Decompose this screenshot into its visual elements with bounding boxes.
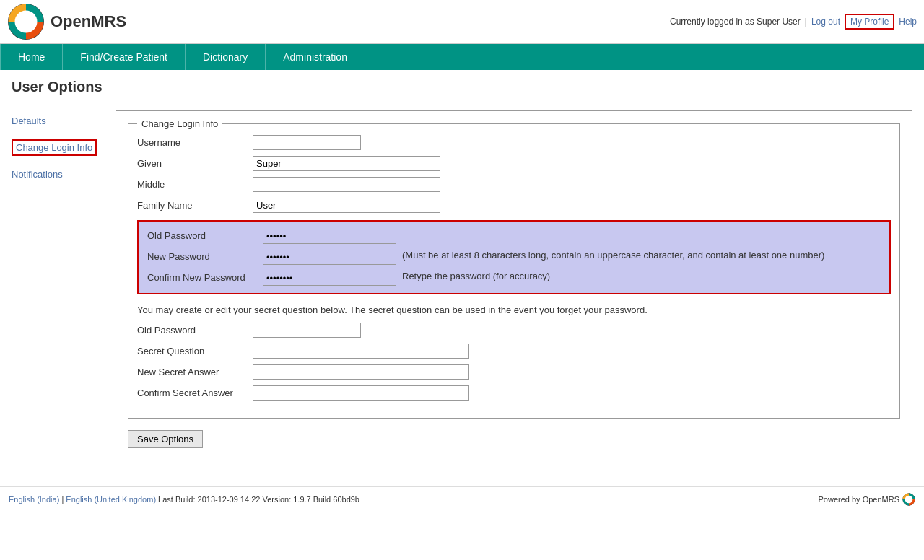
confirm-new-password-row: Confirm New Password Retype the password… <box>147 271 881 286</box>
family-name-input[interactable] <box>253 198 440 213</box>
save-area: Save Options <box>128 430 900 448</box>
new-secret-answer-input[interactable] <box>253 364 469 380</box>
header-right: Currently logged in as Super User | Log … <box>670 14 917 30</box>
confirm-new-password-input[interactable] <box>263 271 396 286</box>
new-password-label: New Password <box>147 250 263 262</box>
navbar: Home Find/Create Patient Dictionary Admi… <box>0 44 924 70</box>
secret-question-label: Secret Question <box>137 346 253 356</box>
main-content: User Options Defaults Change Login Info … <box>0 70 924 472</box>
lang-india-link[interactable]: English (India) <box>9 495 59 504</box>
save-options-button[interactable]: Save Options <box>128 430 203 448</box>
secret-question-row: Secret Question <box>137 344 891 359</box>
old-password-secret-label: Old Password <box>137 325 253 336</box>
given-input[interactable] <box>253 156 440 171</box>
logout-link[interactable]: Log out <box>811 17 840 27</box>
confirm-secret-answer-input[interactable] <box>253 385 469 401</box>
new-secret-answer-label: New Secret Answer <box>137 367 253 377</box>
help-link[interactable]: Help <box>899 17 917 27</box>
sidebar-notifications[interactable]: Notifications <box>12 167 113 182</box>
middle-row: Middle <box>137 177 891 192</box>
nav-find-create-patient[interactable]: Find/Create Patient <box>63 44 186 70</box>
old-password-input[interactable] <box>263 229 396 244</box>
change-login-fieldset: Change Login Info Username Given Middle <box>128 118 900 419</box>
lang-uk-link[interactable]: English (United Kingdom) <box>66 495 156 504</box>
logo-area: OpenMRS <box>7 3 126 40</box>
content-area: Defaults Change Login Info Notifications… <box>12 110 912 463</box>
confirm-new-password-hint: Retype the password (for accuracy) <box>402 271 550 281</box>
middle-label: Middle <box>137 179 253 190</box>
old-password-row: Old Password <box>147 229 881 244</box>
new-password-hint: (Must be at least 8 characters long, con… <box>402 250 824 261</box>
footer-left: English (India) | English (United Kingdo… <box>9 495 359 504</box>
confirm-secret-answer-row: Confirm Secret Answer <box>137 385 891 401</box>
username-row: Username <box>137 135 891 150</box>
given-row: Given <box>137 156 891 171</box>
nav-administration[interactable]: Administration <box>266 44 365 70</box>
password-section: Old Password New Password (Must be at le… <box>137 220 891 294</box>
footer-logo-icon <box>902 493 915 506</box>
new-password-input[interactable] <box>263 250 396 265</box>
sidebar-change-login-info[interactable]: Change Login Info <box>12 139 97 156</box>
logged-in-text: Currently logged in as Super User <box>670 17 801 27</box>
my-profile-link[interactable]: My Profile <box>845 14 894 30</box>
separator: | <box>805 17 807 27</box>
app-title: OpenMRS <box>51 12 126 31</box>
new-secret-answer-row: New Secret Answer <box>137 364 891 380</box>
username-input[interactable] <box>253 135 361 150</box>
old-password-secret-input[interactable] <box>253 323 361 338</box>
middle-input[interactable] <box>253 177 440 192</box>
secret-question-input[interactable] <box>253 344 469 359</box>
page-title: User Options <box>12 79 912 100</box>
secret-note: You may create or edit your secret quest… <box>137 305 891 315</box>
powered-by-text: Powered by OpenMRS <box>819 495 900 504</box>
given-label: Given <box>137 158 253 169</box>
sidebar-defaults[interactable]: Defaults <box>12 113 113 128</box>
build-info: Last Build: 2013-12-09 14:22 Version: 1.… <box>158 495 359 504</box>
change-login-legend: Change Login Info <box>137 118 222 129</box>
sidebar: Defaults Change Login Info Notifications <box>12 110 113 463</box>
new-password-row: New Password (Must be at least 8 charact… <box>147 250 881 265</box>
footer: English (India) | English (United Kingdo… <box>0 486 924 512</box>
family-name-row: Family Name <box>137 198 891 213</box>
confirm-secret-answer-label: Confirm Secret Answer <box>137 388 253 398</box>
old-password-label: Old Password <box>147 229 263 241</box>
secret-section: Old Password Secret Question New Secret … <box>137 323 891 401</box>
family-name-label: Family Name <box>137 200 253 211</box>
footer-right: Powered by OpenMRS <box>819 493 916 506</box>
old-password-secret-row: Old Password <box>137 323 891 338</box>
form-area: Change Login Info Username Given Middle <box>116 110 912 463</box>
confirm-new-password-label: Confirm New Password <box>147 271 263 283</box>
nav-dictionary[interactable]: Dictionary <box>186 44 266 70</box>
header: OpenMRS Currently logged in as Super Use… <box>0 0 924 44</box>
username-label: Username <box>137 137 253 148</box>
nav-home[interactable]: Home <box>0 44 63 70</box>
openmrs-logo-icon <box>7 3 45 40</box>
